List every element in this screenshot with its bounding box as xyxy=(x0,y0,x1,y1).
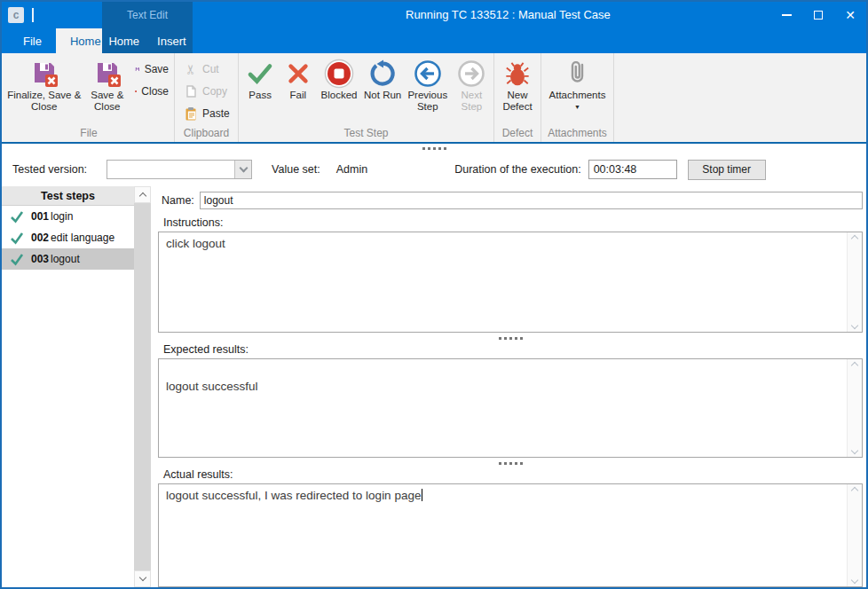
blocked-label: Blocked xyxy=(321,90,358,101)
next-step-button: Next Step xyxy=(452,56,492,113)
chevron-up-icon xyxy=(851,235,858,242)
floppy-close-icon xyxy=(93,58,122,90)
name-label: Name: xyxy=(162,194,194,207)
expected-results-label: Expected results: xyxy=(163,343,863,356)
close-document-button[interactable]: Close xyxy=(131,80,172,102)
next-step-label: Next Step xyxy=(452,90,492,113)
ribbon-splitter-grip[interactable] xyxy=(2,144,866,153)
duration-label: Duration of the execution: xyxy=(454,163,580,176)
title-bar: c Text Edit Running TC 133512 : Manual T… xyxy=(2,2,866,28)
check-icon xyxy=(246,58,274,90)
group-label-attachments: Attachments xyxy=(541,127,613,142)
bug-icon xyxy=(504,58,531,90)
tested-version-combobox[interactable] xyxy=(107,160,252,179)
test-step-row-2[interactable]: 002edit language xyxy=(2,227,134,248)
combobox-dropdown-button[interactable] xyxy=(234,161,251,178)
test-steps-panel: Test steps 001login 002edit language 003… xyxy=(2,186,151,587)
test-step-row-3-selected[interactable]: 003logout xyxy=(2,248,134,270)
main-content: Test steps 001login 002edit language 003… xyxy=(2,186,866,587)
instructions-splitter-grip[interactable] xyxy=(158,333,863,343)
maximize-icon xyxy=(814,11,823,20)
step-label: login xyxy=(51,210,73,223)
close-icon: ✕ xyxy=(845,9,856,21)
save-close-label: Save & Close xyxy=(83,90,131,113)
attachments-button[interactable]: Attachments ▼ xyxy=(543,56,612,110)
maximize-button[interactable] xyxy=(802,2,834,28)
step-number: 003 xyxy=(31,253,49,265)
instructions-scrollbar[interactable] xyxy=(847,232,862,332)
copy-icon xyxy=(184,84,198,98)
actual-results-label: Actual results: xyxy=(163,468,863,481)
clipboard-icon xyxy=(184,106,198,121)
chevron-down-icon xyxy=(239,164,248,173)
chevron-up-icon xyxy=(851,362,858,369)
step-number: 001 xyxy=(31,210,49,223)
floppy-close-icon xyxy=(30,58,59,90)
actual-results-textarea[interactable]: logout successful, I was redirected to l… xyxy=(158,483,863,587)
scroll-down-button[interactable] xyxy=(134,570,151,587)
scroll-up-button[interactable] xyxy=(134,186,151,203)
new-defect-label: New Defect xyxy=(496,90,539,113)
minimize-button[interactable] xyxy=(770,2,802,28)
chevron-up-icon xyxy=(851,487,858,494)
ribbon-group-clipboard: ✂ Cut Copy Paste Clipboard xyxy=(175,53,239,142)
chevron-down-icon[interactable]: ▼ xyxy=(574,104,580,110)
blocked-button[interactable]: Blocked xyxy=(316,56,361,101)
attachments-label: Attachments xyxy=(549,90,606,101)
sidebar-scrollbar[interactable] xyxy=(134,186,151,587)
fail-label: Fail xyxy=(290,90,307,101)
undo-arrow-icon xyxy=(368,58,397,90)
value-set-label: Value set: xyxy=(272,163,320,176)
pass-button[interactable]: Pass xyxy=(241,56,280,101)
new-defect-button[interactable]: New Defect xyxy=(496,56,539,113)
cut-label: Cut xyxy=(202,63,219,75)
tested-version-label: Tested version: xyxy=(12,163,87,176)
instructions-textarea[interactable]: click logout xyxy=(158,232,863,333)
tested-version-value xyxy=(107,161,234,178)
stop-timer-button[interactable]: Stop timer xyxy=(688,160,766,180)
expected-results-textarea[interactable]: logout successful xyxy=(158,358,863,458)
paperclip-icon xyxy=(564,58,592,90)
test-steps-header: Test steps xyxy=(2,186,134,206)
stop-icon xyxy=(324,58,354,90)
save-close-button[interactable]: Save & Close xyxy=(83,56,131,113)
text-caret xyxy=(422,489,422,501)
app-icon[interactable]: c xyxy=(8,7,24,23)
duration-value: 00:03:48 xyxy=(594,163,637,176)
name-value: logout xyxy=(204,194,233,207)
actual-results-scrollbar[interactable] xyxy=(847,484,862,586)
value-set-value: Admin xyxy=(336,163,367,176)
ribbon-group-defect: New Defect Defect xyxy=(494,53,541,142)
expected-results-scrollbar[interactable] xyxy=(847,359,862,457)
scissors-icon: ✂ xyxy=(183,62,199,76)
fail-button[interactable]: Fail xyxy=(280,56,316,101)
ribbon-group-test-step: Pass Fail Blocked xyxy=(239,53,494,142)
close-label: Close xyxy=(141,85,169,98)
name-input[interactable]: logout xyxy=(200,192,863,209)
close-button[interactable]: ✕ xyxy=(834,2,866,28)
finalize-save-close-button[interactable]: Finalize, Save & Close xyxy=(5,56,83,113)
step-label: logout xyxy=(51,253,80,265)
window-title: Running TC 133512 : Manual Test Case xyxy=(406,2,611,28)
expected-splitter-grip[interactable] xyxy=(158,458,863,468)
previous-step-button[interactable]: Previous Step xyxy=(404,56,452,113)
step-passed-check-icon xyxy=(10,252,24,266)
tab-file[interactable]: File xyxy=(9,28,56,53)
copy-label: Copy xyxy=(202,85,227,98)
ribbon-group-file: Finalize, Save & Close Save & Close Save xyxy=(4,53,175,142)
step-label: edit language xyxy=(51,232,114,244)
pass-label: Pass xyxy=(249,90,272,101)
not-run-button[interactable]: Not Run xyxy=(362,56,404,101)
contextual-group-label: Text Edit xyxy=(127,9,168,21)
cut-button: ✂ Cut xyxy=(180,58,235,80)
tab-texedit-insert[interactable]: Insert xyxy=(148,28,195,53)
test-step-row-1[interactable]: 001login xyxy=(2,206,134,227)
chevron-up-icon xyxy=(138,192,146,200)
paste-label: Paste xyxy=(202,107,230,120)
paste-button[interactable]: Paste xyxy=(180,102,235,124)
duration-input[interactable]: 00:03:48 xyxy=(588,160,677,179)
ribbon: Finalize, Save & Close Save & Close Save xyxy=(2,53,866,144)
titlebar-cursor-mark xyxy=(32,8,34,22)
save-button[interactable]: Save xyxy=(131,58,172,80)
tab-texedit-home[interactable]: Home xyxy=(99,28,148,53)
